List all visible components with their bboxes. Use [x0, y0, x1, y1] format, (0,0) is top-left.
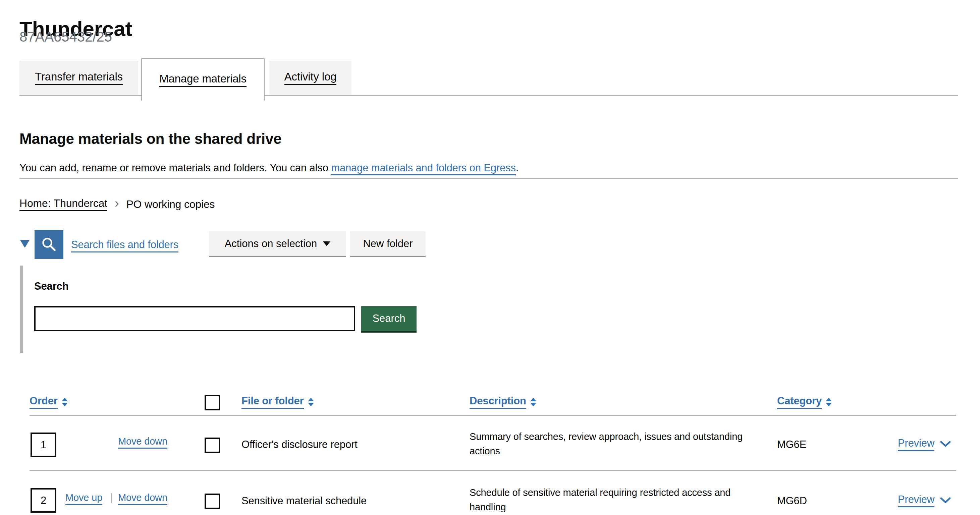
move-links-separator: | — [110, 491, 113, 504]
sort-icon[interactable] — [62, 397, 68, 406]
search-files-folders-link[interactable]: Search files and folders — [71, 239, 178, 253]
sort-icon[interactable] — [530, 397, 536, 406]
column-header-description: Description — [469, 395, 536, 409]
preview-control[interactable]: Preview — [898, 437, 951, 451]
tab-transfer-materials-label[interactable]: Transfer materials — [35, 70, 123, 85]
tab-manage-materials-label[interactable]: Manage materials — [159, 72, 247, 87]
file-sort-link[interactable]: File or folder — [242, 395, 304, 409]
file-name: Sensitive material schedule — [242, 495, 367, 507]
chevron-down-icon[interactable] — [940, 440, 951, 448]
new-folder-label: New folder — [363, 238, 412, 250]
section-heading: Manage materials on the shared drive — [19, 130, 282, 147]
move-down-link[interactable]: Move down — [118, 436, 167, 448]
sort-icon[interactable] — [826, 397, 832, 406]
file-description: Schedule of sensitive material requiring… — [469, 485, 765, 514]
breadcrumb-current: PO working copies — [126, 198, 215, 211]
column-header-file-or-folder: File or folder — [242, 395, 314, 409]
description-sort-link[interactable]: Description — [469, 395, 526, 409]
category-sort-link[interactable]: Category — [777, 395, 822, 409]
egress-link[interactable]: manage materials and folders on Egress — [331, 162, 516, 175]
file-category: MG6E — [777, 439, 806, 451]
section-divider — [19, 178, 958, 179]
intro-after: . — [516, 162, 519, 174]
table-header-divider — [30, 415, 956, 416]
search-field-label: Search — [34, 280, 68, 292]
search-submit-button[interactable]: Search — [361, 306, 417, 332]
tab-activity-log-label[interactable]: Activity log — [285, 70, 337, 85]
file-name: Officer's disclosure report — [242, 439, 358, 451]
breadcrumb: Home: Thundercat › PO working copies — [19, 197, 215, 211]
order-number-box: 2 — [30, 488, 56, 513]
dropdown-caret-icon — [323, 242, 330, 246]
order-number: 2 — [41, 494, 46, 507]
new-folder-button[interactable]: New folder — [350, 231, 426, 257]
file-category: MG6D — [777, 495, 807, 507]
tab-activity-log[interactable]: Activity log — [269, 61, 352, 95]
search-icon-button[interactable] — [35, 230, 64, 259]
search-panel-border — [20, 265, 23, 353]
order-sort-link[interactable]: Order — [30, 395, 58, 409]
actions-on-selection-button[interactable]: Actions on selection — [209, 231, 346, 257]
actions-on-selection-label: Actions on selection — [225, 238, 317, 250]
select-all-checkbox[interactable] — [205, 395, 220, 410]
file-description: Summary of searches, review approach, is… — [469, 429, 765, 458]
column-header-category: Category — [777, 395, 832, 409]
case-reference: 87AA65432/25 — [19, 29, 112, 45]
sort-icon[interactable] — [308, 397, 314, 406]
row-checkbox[interactable] — [205, 494, 220, 509]
intro-before: You can add, rename or remove materials … — [19, 162, 328, 174]
tab-manage-materials[interactable]: Manage materials — [141, 58, 265, 100]
preview-link[interactable]: Preview — [898, 494, 934, 507]
intro-text: You can add, rename or remove materials … — [19, 162, 519, 174]
page: Thundercat 87AA65432/25 Transfer materia… — [0, 0, 980, 515]
search-input[interactable] — [34, 306, 355, 331]
tab-transfer-materials[interactable]: Transfer materials — [19, 61, 138, 95]
chevron-down-icon[interactable] — [940, 497, 951, 504]
preview-control[interactable]: Preview — [898, 494, 951, 507]
order-number-box: 1 — [30, 432, 56, 457]
preview-link[interactable]: Preview — [898, 437, 934, 451]
row-checkbox[interactable] — [205, 437, 220, 453]
column-header-order: Order — [30, 395, 68, 409]
row-divider — [30, 470, 956, 471]
order-number: 1 — [41, 439, 46, 451]
move-up-link[interactable]: Move up — [65, 492, 102, 505]
breadcrumb-home-link[interactable]: Home: Thundercat — [19, 197, 107, 211]
move-down-link[interactable]: Move down — [118, 492, 167, 505]
search-icon — [41, 236, 57, 253]
search-disclosure-triangle-icon[interactable] — [20, 240, 30, 248]
breadcrumb-separator-icon: › — [115, 197, 119, 210]
